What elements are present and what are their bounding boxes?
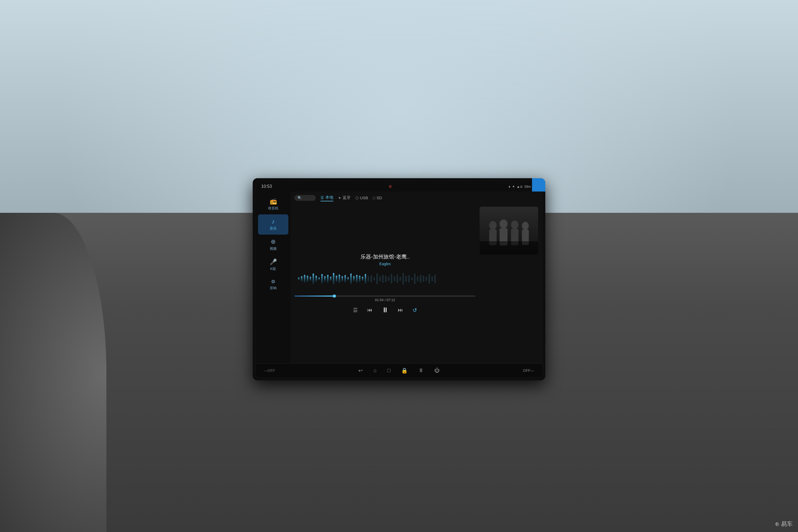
playlist-button[interactable]: ☰ xyxy=(353,307,358,314)
svg-point-56 xyxy=(522,222,529,230)
svg-rect-47 xyxy=(434,274,436,283)
progress-section[interactable]: 01:54 / 07:12 xyxy=(294,296,476,302)
time-total: 07:12 xyxy=(386,298,395,302)
svg-rect-43 xyxy=(423,276,424,282)
svg-rect-29 xyxy=(382,275,384,283)
bottom-right: OFF— xyxy=(523,368,534,373)
sidebar: 📻 收音机 ♪ 音乐 ⊛ 视频 🎤 K歌 xyxy=(256,191,290,363)
svg-rect-58 xyxy=(480,241,538,254)
source-tab-local[interactable]: ☰ 本地 xyxy=(321,194,333,201)
radio-icon: 📻 xyxy=(270,198,277,205)
lock-button[interactable]: 🔒 xyxy=(401,367,408,374)
svg-rect-35 xyxy=(400,277,401,281)
recents-button[interactable]: □ xyxy=(387,367,391,374)
song-info: 乐器-加州旅馆-老鹰.. Eagles xyxy=(294,253,476,266)
sidebar-label-radio: 收音机 xyxy=(268,206,279,211)
main-content: 📻 收音机 ♪ 音乐 ⊛ 视频 🎤 K歌 xyxy=(256,191,542,363)
svg-rect-4 xyxy=(310,277,311,281)
sidebar-label-sound: 音响 xyxy=(270,286,277,290)
sidebar-label-video: 视频 xyxy=(270,246,277,251)
playlist-icon: ☰ xyxy=(353,307,358,314)
svg-rect-7 xyxy=(318,278,320,280)
svg-rect-5 xyxy=(312,273,314,284)
time-display: 01:54 / 07:12 xyxy=(294,298,476,302)
sidebar-item-music[interactable]: ♪ 音乐 xyxy=(258,214,288,234)
next-button[interactable]: ⏭ xyxy=(398,307,403,313)
svg-point-50 xyxy=(489,221,497,230)
svg-rect-16 xyxy=(344,275,346,283)
svg-rect-12 xyxy=(333,273,334,285)
screen-bezel: 10:53 ≡ ♦ ✦ ▲ılı 39m 🔒 📻 收音 xyxy=(253,178,545,380)
repeat-button[interactable]: ↺ xyxy=(413,307,417,314)
time-current: 01:54 xyxy=(375,298,384,302)
content-panel: 🔍 ☰ 本地 ✦ 蓝牙 ⬡ USB xyxy=(290,191,542,363)
status-time: 10:53 xyxy=(261,184,272,189)
off-left-label: —OFF xyxy=(264,368,275,373)
progress-bar[interactable] xyxy=(294,296,476,297)
bottom-left: —OFF xyxy=(264,368,275,373)
svg-rect-1 xyxy=(301,276,302,281)
watermark: ⊕ 易车 xyxy=(775,520,793,528)
karaoke-icon: 🎤 xyxy=(270,259,277,265)
gps-icon: ♦ xyxy=(509,185,510,189)
svg-rect-3 xyxy=(307,276,308,282)
svg-rect-10 xyxy=(327,275,328,283)
progress-dot xyxy=(333,294,336,298)
svg-rect-33 xyxy=(394,276,395,281)
pause-button[interactable]: ⏸ xyxy=(382,306,388,314)
back-button[interactable]: ↩ xyxy=(358,367,363,374)
prev-button[interactable]: ⏮ xyxy=(367,307,373,313)
source-tab-bluetooth-label: 蓝牙 xyxy=(343,195,350,200)
svg-rect-36 xyxy=(402,273,404,285)
svg-rect-41 xyxy=(417,276,418,281)
bottom-pause-button[interactable]: ⏸ xyxy=(418,367,424,374)
repeat-icon: ↺ xyxy=(413,307,417,314)
svg-rect-46 xyxy=(432,276,433,281)
svg-rect-30 xyxy=(385,276,386,282)
svg-rect-17 xyxy=(347,277,349,280)
svg-rect-32 xyxy=(391,274,392,284)
visualizer-section: 乐器-加州旅馆-老鹰.. Eagles xyxy=(294,207,476,361)
svg-rect-28 xyxy=(379,276,381,281)
source-tabs: 🔍 ☰ 本地 ✦ 蓝牙 ⬡ USB xyxy=(294,194,538,204)
svg-rect-40 xyxy=(414,273,415,284)
player-area: 乐器-加州旅馆-老鹰.. Eagles xyxy=(294,207,538,361)
svg-rect-15 xyxy=(342,276,343,281)
source-tab-usb-label: USB xyxy=(360,195,368,200)
svg-rect-19 xyxy=(353,276,355,281)
sidebar-label-karaoke: K歌 xyxy=(270,267,276,271)
svg-rect-42 xyxy=(420,275,421,283)
svg-rect-27 xyxy=(376,273,378,284)
off-right-label: OFF— xyxy=(523,368,534,373)
local-icon: ☰ xyxy=(321,195,324,200)
sidebar-item-sound[interactable]: ⚙ 音响 xyxy=(256,275,290,294)
video-icon: ⊛ xyxy=(271,238,276,245)
sidebar-item-video[interactable]: ⊛ 视频 xyxy=(256,234,290,255)
source-tab-usb[interactable]: ⬡ USB xyxy=(355,195,368,201)
album-art xyxy=(480,207,538,254)
svg-rect-6 xyxy=(316,276,317,282)
source-tab-bluetooth[interactable]: ✦ 蓝牙 xyxy=(338,194,350,201)
svg-rect-31 xyxy=(388,277,389,281)
svg-rect-34 xyxy=(397,274,398,283)
svg-rect-13 xyxy=(336,276,337,282)
sidebar-item-karaoke[interactable]: 🎤 K歌 xyxy=(256,255,290,275)
bottom-center: ↩ ⌂ □ 🔒 ⏸ ⏻ xyxy=(358,367,440,374)
bluetooth-status-icon: ✦ xyxy=(512,185,515,189)
status-bar: 10:53 ≡ ♦ ✦ ▲ılı 39m 🔒 xyxy=(256,182,542,191)
svg-rect-0 xyxy=(298,278,300,280)
svg-point-54 xyxy=(511,221,518,229)
source-tab-sd[interactable]: □ SD xyxy=(373,195,382,201)
svg-rect-20 xyxy=(356,275,358,283)
svg-rect-25 xyxy=(370,275,372,283)
bluetooth-icon: ✦ xyxy=(338,196,341,200)
home-button[interactable]: ⌂ xyxy=(374,367,377,374)
svg-rect-18 xyxy=(350,273,352,284)
source-tab-sd-label: SD xyxy=(376,195,382,200)
search-box[interactable]: 🔍 xyxy=(294,195,316,201)
svg-rect-44 xyxy=(425,277,427,281)
power-button[interactable]: ⏻ xyxy=(434,367,440,374)
sound-icon: ⚙ xyxy=(271,279,275,285)
sidebar-item-radio[interactable]: 📻 收音机 xyxy=(256,194,290,214)
blue-indicator xyxy=(532,178,545,191)
